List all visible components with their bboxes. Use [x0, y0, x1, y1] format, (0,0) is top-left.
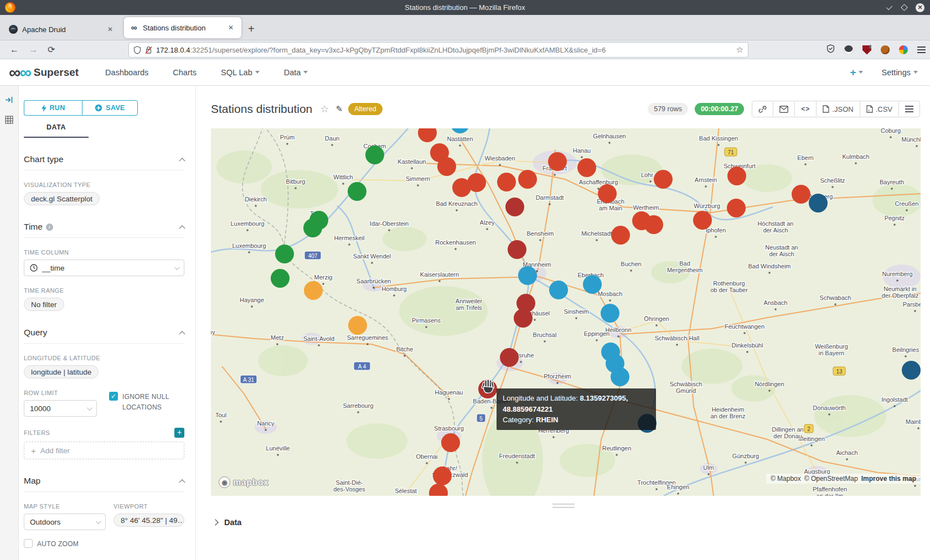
- new-tab-button[interactable]: +: [248, 23, 255, 35]
- scatter-point-red[interactable]: [644, 215, 663, 234]
- bookmark-star-icon[interactable]: ☆: [736, 45, 743, 55]
- scatter-point-dark_red[interactable]: [514, 309, 533, 328]
- scatter-point-red[interactable]: [437, 157, 456, 176]
- mapbox-logo[interactable]: ◉ mapbox: [219, 476, 268, 488]
- attribution-mapbox-link[interactable]: © Mapbox: [771, 475, 801, 483]
- add-filter-box[interactable]: + Add filter: [24, 442, 184, 459]
- scatter-point-green[interactable]: [271, 269, 290, 288]
- scatter-point-green[interactable]: [275, 245, 294, 263]
- scatter-point-dark_red[interactable]: [505, 198, 524, 216]
- nav-charts[interactable]: Charts: [173, 68, 197, 77]
- collapse-panel-icon[interactable]: [0, 96, 18, 106]
- ignore-null-checkbox-row[interactable]: ✓ IGNORE NULL LOCATIONS: [109, 392, 184, 412]
- checkbox-checked-icon[interactable]: ✓: [109, 392, 118, 401]
- scatter-point-blue[interactable]: [611, 367, 629, 386]
- pocket-shield-icon[interactable]: [826, 44, 835, 55]
- nav-sql-lab[interactable]: SQL Lab: [221, 68, 260, 77]
- scatter-point-dark_red[interactable]: [508, 240, 526, 259]
- email-button[interactable]: [773, 101, 795, 117]
- scatter-point-navy[interactable]: [809, 194, 828, 212]
- forward-button[interactable]: →: [29, 45, 38, 55]
- nav-data[interactable]: Data: [284, 68, 308, 77]
- privacy-mask-icon[interactable]: [844, 45, 853, 54]
- chart-menu-button[interactable]: [899, 101, 919, 117]
- back-button[interactable]: ←: [10, 45, 19, 55]
- settings-menu[interactable]: Settings: [882, 68, 918, 77]
- scatter-point-red[interactable]: [727, 167, 746, 185]
- close-icon[interactable]: ✕: [916, 3, 924, 12]
- scatter-point-orange[interactable]: [304, 281, 323, 300]
- embed-code-button[interactable]: <>: [795, 101, 817, 117]
- altered-badge[interactable]: Altered: [348, 103, 383, 115]
- map-style-select[interactable]: Outdoors: [24, 514, 106, 530]
- scatter-point-blue[interactable]: [518, 266, 537, 285]
- tab-apache-druid[interactable]: Apache Druid ✕: [3, 19, 121, 40]
- scatter-point-red[interactable]: [548, 152, 567, 171]
- reload-button[interactable]: ⟳: [48, 44, 55, 55]
- scatter-point-green[interactable]: [365, 146, 384, 164]
- scatter-point-orange[interactable]: [348, 316, 367, 335]
- scatter-point-red[interactable]: [441, 433, 460, 452]
- row-limit-select[interactable]: 10000: [24, 400, 97, 417]
- edit-properties-icon[interactable]: ✎: [335, 104, 343, 114]
- scatter-point-blue[interactable]: [583, 275, 602, 294]
- menu-icon[interactable]: [917, 46, 926, 53]
- panel-resize-handle[interactable]: [552, 504, 575, 508]
- scatter-point-red[interactable]: [611, 226, 630, 245]
- run-button[interactable]: RUN: [24, 100, 82, 116]
- checkbox-unchecked-icon[interactable]: [24, 539, 33, 548]
- time-range-value[interactable]: No filter: [24, 298, 64, 311]
- favorite-star-icon[interactable]: ☆: [320, 103, 329, 115]
- shield-icon[interactable]: [133, 46, 141, 54]
- scatter-point-red[interactable]: [727, 199, 746, 217]
- scatter-point-navy[interactable]: [902, 361, 921, 380]
- scatter-point-red[interactable]: [792, 185, 810, 204]
- datasource-grid-icon[interactable]: [0, 116, 18, 126]
- tab-close-icon[interactable]: ✕: [105, 24, 115, 34]
- viewport-value[interactable]: 8° 46' 45.28" | 49…: [113, 514, 184, 527]
- extension-icon[interactable]: [899, 45, 908, 54]
- lock-insecure-icon[interactable]: [145, 46, 152, 54]
- minimize-icon[interactable]: [886, 3, 892, 9]
- lonlat-value[interactable]: longitude | latitude: [24, 365, 99, 378]
- scatter-point-blue[interactable]: [549, 281, 568, 299]
- section-header-chart-type[interactable]: Chart type: [24, 154, 184, 170]
- scatter-point-blue[interactable]: [601, 304, 619, 323]
- scatter-point-red[interactable]: [577, 158, 596, 177]
- auto-zoom-checkbox-row[interactable]: AUTO ZOOM: [24, 539, 106, 549]
- scatter-point-red[interactable]: [433, 466, 452, 485]
- scatter-point-red[interactable]: [518, 170, 537, 189]
- new-item-button[interactable]: +: [850, 66, 862, 79]
- scatter-point-dark_red[interactable]: [500, 348, 519, 367]
- section-header-time[interactable]: Timei: [24, 222, 184, 238]
- scatter-point-green[interactable]: [348, 182, 366, 201]
- scatter-point-red[interactable]: [693, 211, 712, 230]
- save-button[interactable]: SAVE: [82, 100, 138, 116]
- add-filter-plus-button[interactable]: +: [174, 428, 184, 438]
- short-link-button[interactable]: [752, 101, 773, 117]
- ublock-icon[interactable]: 2: [862, 45, 871, 55]
- nav-dashboards[interactable]: Dashboards: [105, 68, 148, 77]
- section-header-query[interactable]: Query: [24, 328, 184, 344]
- viz-type-value[interactable]: deck.gl Scatterplot: [24, 192, 100, 205]
- attribution-improve-link[interactable]: Improve this map: [861, 475, 916, 483]
- tab-close-icon[interactable]: ✕: [226, 23, 236, 33]
- maximize-icon[interactable]: [901, 4, 908, 11]
- tab-stations-distribution[interactable]: ∞ Stations distribution ✕: [124, 17, 241, 38]
- scatter-point-red[interactable]: [467, 173, 486, 192]
- deckgl-map[interactable]: PrümDaunCochemKastellaunNastättenWiesbad…: [211, 128, 921, 496]
- scatter-point-red[interactable]: [654, 170, 673, 189]
- map-canvas[interactable]: PrümDaunCochemKastellaunNastättenWiesbad…: [211, 128, 921, 496]
- cookie-extension-icon[interactable]: [881, 45, 890, 54]
- scatter-point-green[interactable]: [303, 219, 322, 237]
- section-header-map[interactable]: Map: [24, 476, 184, 492]
- scatter-point-red[interactable]: [497, 173, 516, 191]
- url-text[interactable]: 172.18.0.4:32251/superset/explore/?form_…: [156, 46, 736, 54]
- export-csv-button[interactable]: x .CSV: [860, 101, 899, 117]
- url-bar[interactable]: 172.18.0.4:32251/superset/explore/?form_…: [128, 42, 748, 58]
- attribution-osm-link[interactable]: © OpenStreetMap: [804, 475, 858, 483]
- superset-logo[interactable]: ∞∞ Superset: [9, 64, 79, 81]
- data-results-collapse[interactable]: Data: [213, 518, 930, 527]
- scatter-point-red[interactable]: [598, 184, 617, 203]
- export-json-button[interactable]: .JSON: [817, 101, 860, 117]
